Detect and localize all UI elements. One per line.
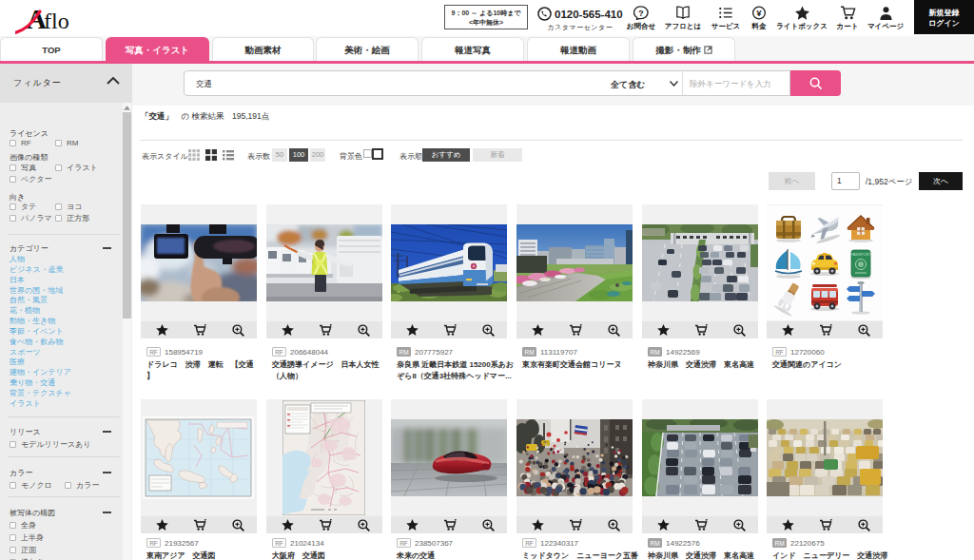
svg-text:flo: flo bbox=[44, 9, 69, 33]
svg-text:¥: ¥ bbox=[756, 8, 762, 18]
svg-text:?: ? bbox=[638, 9, 643, 18]
svg-text:PASSPORT: PASSPORT bbox=[850, 252, 871, 257]
